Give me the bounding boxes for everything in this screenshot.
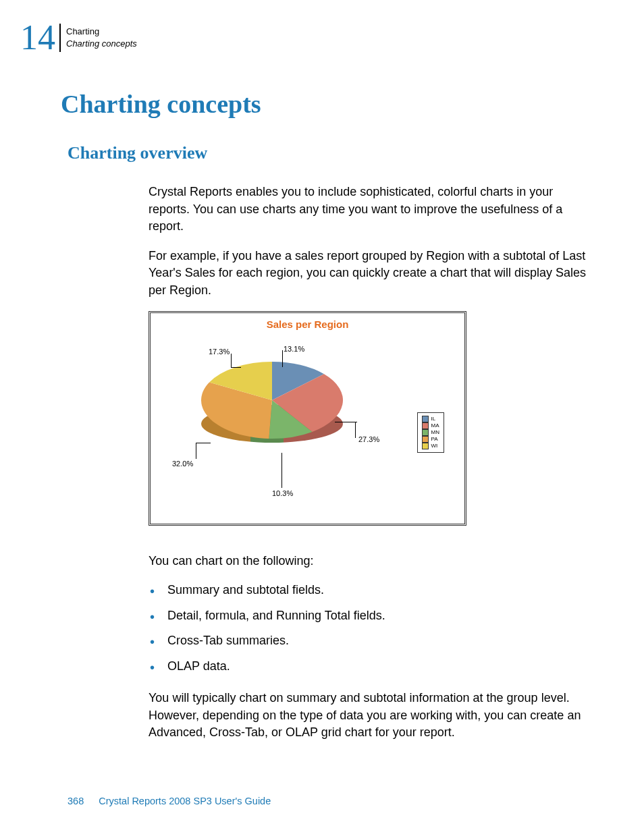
header-breadcrumb: Charting Charting concepts [66, 26, 137, 49]
header-divider [59, 24, 61, 52]
paragraph: You will typically chart on summary and … [149, 690, 597, 742]
list-item: Summary and subtotal fields. [149, 582, 597, 599]
legend-label: WI [431, 443, 438, 449]
pie-label-ma: 27.3% [358, 435, 379, 445]
legend-label: MA [431, 422, 439, 429]
legend-item: MA [422, 422, 439, 429]
legend-swatch [422, 443, 429, 449]
pie-top [201, 356, 343, 444]
legend-item: WI [422, 443, 439, 449]
paragraph: For example, if you have a sales report … [149, 248, 597, 300]
leader-line [231, 367, 241, 368]
legend-swatch [422, 436, 429, 443]
section-heading: Charting overview [68, 143, 597, 163]
legend-item: PA [422, 436, 439, 443]
page-title: Charting concepts [61, 89, 597, 119]
pie-label-wi: 17.3% [209, 347, 230, 358]
page-footer: 368 Crystal Reports 2008 SP3 User's Guid… [68, 796, 597, 806]
pie-label-mn: 10.3% [272, 489, 293, 499]
list-item: OLAP data. [149, 658, 597, 675]
legend-label: MN [431, 429, 439, 436]
legend-item: MN [422, 429, 439, 436]
legend-item: IL [422, 416, 439, 422]
legend-label: PA [431, 436, 438, 443]
footer-title: Crystal Reports 2008 SP3 User's Guide [99, 796, 271, 806]
leader-line [281, 453, 282, 488]
leader-line [282, 350, 283, 367]
paragraph: You can chart on the following: [149, 553, 597, 570]
pie-chart: 13.1% 27.3% 10.3% 32.0% 17.3% IL [151, 335, 464, 524]
chart-title: Sales per Region [151, 313, 464, 334]
page-number: 368 [68, 796, 84, 806]
header-subsection: Charting concepts [66, 38, 137, 50]
pie-label-pa: 32.0% [172, 459, 193, 470]
header-section: Charting [66, 26, 137, 38]
legend-swatch [422, 416, 429, 422]
leader-line [355, 422, 356, 438]
body-content: Crystal Reports enables you to include s… [149, 184, 597, 742]
chart-figure: Sales per Region [149, 311, 466, 525]
legend-swatch [422, 429, 429, 436]
legend-swatch [422, 422, 429, 429]
legend-label: IL [431, 416, 436, 422]
pie-label-il: 13.1% [284, 344, 304, 355]
list-item: Cross-Tab summaries. [149, 632, 597, 650]
leader-line [196, 443, 196, 459]
leader-line [196, 443, 211, 443]
list-item: Detail, formula, and Running Total field… [149, 607, 597, 625]
pie-wrap [201, 356, 343, 458]
bullet-list: Summary and subtotal fields. Detail, for… [149, 582, 597, 675]
leader-line [335, 422, 357, 422]
chapter-number: 14 [20, 20, 55, 55]
paragraph: Crystal Reports enables you to include s… [149, 184, 597, 236]
page-running-header: 14 Charting Charting concepts [20, 20, 597, 55]
chart-legend: IL MA MN PA [417, 412, 444, 453]
leader-line [231, 354, 232, 367]
